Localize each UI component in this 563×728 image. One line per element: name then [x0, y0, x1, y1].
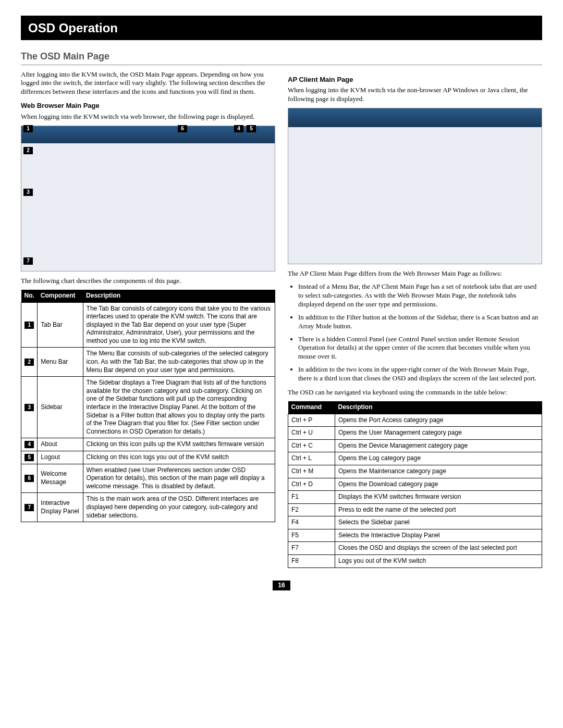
cmd-desc: Selects the Sidebar panel [335, 516, 542, 529]
list-item: There is a hidden Control Panel (see Con… [298, 335, 542, 362]
row-num: 4 [25, 441, 34, 448]
web-browser-screenshot: 1 2 3 4 5 6 7 [21, 126, 275, 272]
cmd-desc: Logs you out of the KVM switch [335, 555, 542, 568]
table-row: F4Selects the Sidebar panel [288, 516, 542, 529]
row-num: 7 [25, 504, 34, 511]
cmd-cell: Ctrl + D [288, 478, 335, 491]
comp-th-comp: Component [38, 290, 83, 302]
row-desc: The Sidebar displays a Tree Diagram that… [83, 377, 275, 438]
cmd-cell: Ctrl + M [288, 465, 335, 478]
row-num: 2 [25, 359, 34, 366]
callout-5: 5 [247, 125, 256, 132]
intro-paragraph: After logging into the KVM switch, the O… [21, 70, 275, 97]
table-row: F8Logs you out of the KVM switch [288, 555, 542, 568]
row-num: 6 [25, 475, 34, 482]
row-num: 5 [25, 454, 34, 461]
cmd-cell: F8 [288, 555, 335, 568]
table-row: Ctrl + DOpens the Download category page [288, 478, 542, 491]
row-desc: When enabled (see User Preferences secti… [83, 464, 275, 493]
row-desc: The Tab Bar consists of category icons t… [83, 302, 275, 348]
row-component: Logout [38, 451, 83, 464]
row-desc: The Menu Bar consists of sub-categories … [83, 348, 275, 377]
web-browser-heading: Web Browser Main Page [21, 102, 275, 110]
section-header: The OSD Main Page [21, 47, 542, 65]
cmd-cell: F1 [288, 491, 335, 504]
ap-diff-intro: The AP Client Main Page differs from the… [288, 269, 542, 278]
cmd-cell: Ctrl + C [288, 439, 335, 452]
row-desc: This is the main work area of the OSD. D… [83, 493, 275, 522]
callout-6: 6 [178, 125, 187, 132]
table-row: 5 Logout Clicking on this icon logs you … [21, 451, 275, 464]
table-row: F7Closes the OSD and displays the screen… [288, 542, 542, 555]
ap-client-screenshot [288, 108, 542, 264]
row-component: Sidebar [38, 377, 83, 438]
left-column: After logging into the KVM switch, the O… [21, 70, 275, 568]
right-column: AP Client Main Page When logging into th… [288, 70, 542, 568]
row-component: Menu Bar [38, 348, 83, 377]
table-row: Ctrl + UOpens the User Management catego… [288, 427, 542, 440]
table-row: F1Displays the KVM switches firmware ver… [288, 491, 542, 504]
cmd-cell: Ctrl + U [288, 427, 335, 440]
ap-diff-list: Instead of a Menu Bar, the AP Client Mai… [288, 282, 542, 383]
table-row: Ctrl + COpens the Device Management cate… [288, 439, 542, 452]
list-item: In addition to the two icons in the uppe… [298, 365, 542, 383]
web-browser-para: When logging into the KVM switch via web… [21, 113, 275, 121]
table-row: 3 Sidebar The Sidebar displays a Tree Di… [21, 377, 275, 438]
keyboard-intro: The OSD can be navigated via keyboard us… [288, 388, 542, 397]
cmd-desc: Opens the Download category page [335, 478, 542, 491]
callout-4: 4 [234, 125, 243, 132]
cmd-cell: F5 [288, 529, 335, 542]
page-number-container: 16 [21, 581, 542, 591]
row-desc: Clicking on this icon logs you out of th… [83, 451, 275, 464]
cmd-desc: Selects the Interactive Display Panel [335, 529, 542, 542]
table-row: 6 Welcome Message When enabled (see User… [21, 464, 275, 493]
components-table: No. Component Description 1 Tab Bar The … [21, 290, 275, 522]
row-component: Tab Bar [38, 302, 83, 348]
cmd-desc: Opens the Port Access category page [335, 414, 542, 427]
cmd-th-desc: Description [335, 401, 542, 414]
table-row: 2 Menu Bar The Menu Bar consists of sub-… [21, 348, 275, 377]
callout-2: 2 [23, 147, 33, 154]
components-chart-intro: The following chart describes the compon… [21, 277, 275, 286]
page-number: 16 [273, 581, 290, 591]
callout-1: 1 [23, 125, 33, 132]
table-row: F5Selects the Interactive Display Panel [288, 529, 542, 542]
table-row: 7 Interactive Display Panel This is the … [21, 493, 275, 522]
row-component: About [38, 438, 83, 451]
callout-3: 3 [23, 189, 33, 196]
commands-table: Command Description Ctrl + POpens the Po… [288, 401, 542, 568]
comp-th-no: No. [21, 290, 38, 302]
cmd-desc: Displays the KVM switches firmware versi… [335, 491, 542, 504]
comp-th-desc: Description [83, 290, 275, 302]
callout-7: 7 [23, 257, 33, 265]
cmd-cell: F2 [288, 503, 335, 516]
row-num: 3 [25, 404, 34, 411]
table-row: Ctrl + POpens the Port Access category p… [288, 414, 542, 427]
list-item: In addition to the Filter button at the … [298, 313, 542, 331]
chapter-header: OSD Operation [21, 16, 542, 40]
cmd-cell: Ctrl + P [288, 414, 335, 427]
cmd-cell: F4 [288, 516, 335, 529]
cmd-cell: Ctrl + L [288, 452, 335, 465]
cmd-desc: Opens the Maintenance category page [335, 465, 542, 478]
table-row: 4 About Clicking on this icon pulls up t… [21, 438, 275, 451]
row-component: Welcome Message [38, 464, 83, 493]
cmd-desc: Opens the Device Management category pag… [335, 439, 542, 452]
list-item: Instead of a Menu Bar, the AP Client Mai… [298, 282, 542, 309]
cmd-desc: Opens the User Management category page [335, 427, 542, 440]
table-row: F2Press to edit the name of the selected… [288, 503, 542, 516]
cmd-desc: Closes the OSD and displays the screen o… [335, 542, 542, 555]
row-num: 1 [25, 322, 34, 329]
cmd-th-command: Command [288, 401, 335, 414]
row-desc: Clicking on this icon pulls up the KVM s… [83, 438, 275, 451]
cmd-cell: F7 [288, 542, 335, 555]
table-row: Ctrl + LOpens the Log category page [288, 452, 542, 465]
ap-client-heading: AP Client Main Page [288, 76, 542, 84]
table-row: 1 Tab Bar The Tab Bar consists of catego… [21, 302, 275, 348]
row-component: Interactive Display Panel [38, 493, 83, 522]
cmd-desc: Opens the Log category page [335, 452, 542, 465]
ap-client-para: When logging into the KVM switch via the… [288, 86, 542, 104]
cmd-desc: Press to edit the name of the selected p… [335, 503, 542, 516]
table-row: Ctrl + MOpens the Maintenance category p… [288, 465, 542, 478]
